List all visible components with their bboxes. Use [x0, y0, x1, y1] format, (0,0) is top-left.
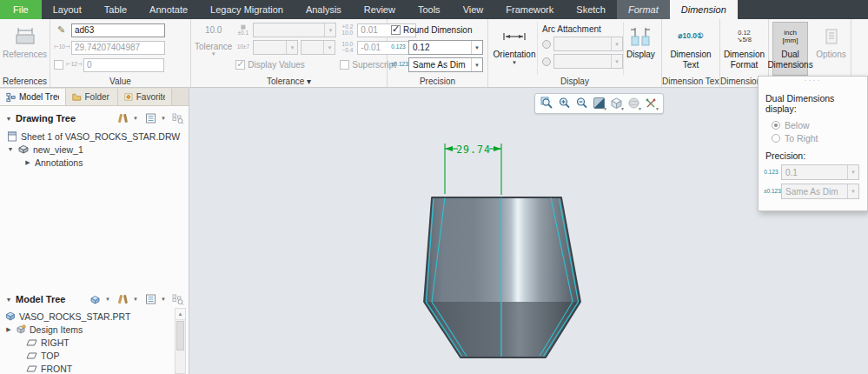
new-view-collapse-icon[interactable]: ▼	[7, 146, 14, 152]
tree-item-part[interactable]: VASO_ROCKS_STAR.PRT	[0, 311, 173, 322]
tab-folder-browser[interactable]: Folder B	[66, 89, 118, 105]
options-icon	[824, 25, 839, 48]
dimension-format-label: Dimension Format	[724, 50, 765, 70]
to-right-radio[interactable]	[772, 134, 780, 143]
model-tree-scrollbar[interactable]: ▲	[175, 308, 186, 374]
group-label-references: References	[0, 77, 50, 86]
override-value-icon: ⊢12⊣	[66, 62, 81, 68]
dimension-annotation[interactable]: 29.74	[445, 144, 501, 196]
drawing-tree-search-icon[interactable]	[171, 111, 185, 125]
radio-row-to-right[interactable]: To Right	[759, 131, 867, 144]
override-value-input[interactable]	[83, 58, 164, 72]
tab-layout[interactable]: Layout	[42, 0, 93, 19]
scrollbar-thumb[interactable]	[176, 321, 184, 351]
scrollbar-up-icon[interactable]: ▲	[176, 309, 185, 320]
tree-item-front-plane[interactable]: FRONT	[0, 363, 173, 374]
superscript-checkbox[interactable]	[340, 60, 349, 70]
tolerance-type-select[interactable]: ▼	[253, 23, 336, 37]
display-values-checkbox[interactable]	[235, 60, 245, 70]
group-dimension-text: ⌀10.0① Dimension Text Dimension Text	[662, 19, 720, 87]
references-label: References	[3, 50, 47, 60]
tolerance-precision-icon: ±0.123	[391, 62, 406, 68]
dual-dimensions-button[interactable]: inch [mm] Dual Dimensions	[772, 22, 808, 76]
group-display: Orientation ▼ Arc Attachment ▼ ▼	[488, 19, 662, 87]
tab-table[interactable]: Table	[93, 0, 138, 19]
tolerance-precision-select[interactable]: Same As Dim ▼	[408, 57, 483, 72]
model-tree-collapse-icon[interactable]: ▼	[5, 297, 12, 303]
tab-model-tree[interactable]: Model Tree	[0, 89, 66, 105]
arc-attachment-radio-2[interactable]	[542, 57, 551, 66]
dimension-arrow-left-icon	[445, 146, 453, 151]
tolerance-button[interactable]: 10.0 Tolerance ▼	[195, 22, 232, 75]
dimension-text-icon: ⌀10.0①	[678, 25, 703, 48]
tree-item-sheet[interactable]: Sheet 1 of VASO_ROCKS_STAR.DRW	[0, 130, 189, 142]
arc-attachment-label: Arc Attachment	[542, 22, 623, 36]
arc-attachment-select-1[interactable]: ▼	[553, 37, 623, 51]
design-items-icon	[16, 324, 26, 334]
to-right-radio-label: To Right	[785, 133, 818, 144]
group-references: References References	[0, 19, 50, 87]
design-items-expand-icon[interactable]: ▶	[5, 326, 12, 333]
model-tree-settings-icon[interactable]	[143, 292, 157, 306]
tab-analysis[interactable]: Analysis	[295, 0, 353, 19]
dimension-text-button[interactable]: ⌀10.0① Dimension Text	[666, 22, 716, 76]
tolerance-class-select[interactable]: ▼	[253, 40, 298, 55]
annotations-expand-icon[interactable]: ▶	[24, 159, 31, 166]
tab-annotate[interactable]: Annotate	[138, 0, 199, 19]
model-tree-settings-caret-icon[interactable]: ▼	[161, 297, 168, 302]
dimension-name-input[interactable]	[71, 23, 165, 37]
tab-sketch[interactable]: Sketch	[565, 0, 617, 19]
arc-attachment-radio-1[interactable]	[542, 40, 551, 49]
model-tree-filters-caret-icon[interactable]: ▼	[133, 297, 140, 302]
decimal-precision-select[interactable]: 0.12 ▼	[408, 40, 483, 55]
tolerance-grade-select[interactable]: ▼	[301, 40, 335, 55]
drawing-tree-filters-icon[interactable]	[116, 111, 129, 125]
tree-item-new-view[interactable]: ▼ new_view_1	[0, 144, 189, 155]
nominal-value-input[interactable]	[71, 41, 165, 55]
options-button[interactable]: Options	[815, 22, 847, 76]
round-dimension-label: Round Dimension	[403, 25, 473, 35]
below-radio[interactable]	[772, 121, 780, 130]
drawing-tree-settings-icon[interactable]	[143, 111, 157, 125]
model-tree-filters-icon[interactable]	[116, 292, 129, 306]
tolerance-button-caret-icon: ▼	[195, 51, 232, 57]
references-button[interactable]: References	[3, 22, 46, 76]
tab-view[interactable]: View	[452, 0, 495, 19]
group-value: ✎ ⊢10⊣ ⊢12⊣ Value	[50, 19, 191, 87]
drawing-tree-settings-caret-icon[interactable]: ▼	[161, 116, 168, 121]
model-tree-show-icon[interactable]	[88, 292, 102, 306]
tab-review[interactable]: Review	[353, 0, 407, 19]
vase-model[interactable]	[424, 197, 580, 357]
tree-item-annotations[interactable]: ▶ Annotations	[0, 157, 189, 168]
arc-attachment-select-2[interactable]: ▼	[553, 54, 623, 69]
radio-row-below[interactable]: Below	[759, 118, 867, 131]
popup-precision-select[interactable]: 0.1 ▼	[781, 164, 859, 180]
tab-file[interactable]: File	[0, 0, 42, 19]
tab-format[interactable]: Format	[617, 0, 670, 19]
model-tree-show-caret-icon[interactable]: ▼	[105, 297, 112, 302]
override-value-checkbox[interactable]	[54, 60, 63, 70]
tab-legacy-migration[interactable]: Legacy Migration	[199, 0, 295, 19]
view-icon	[17, 144, 30, 154]
model-tree-search-icon[interactable]	[171, 292, 185, 306]
popup-grip-icon[interactable]: ····	[759, 77, 867, 86]
group-label-tolerance[interactable]: Tolerance ▾	[191, 77, 387, 86]
tree-item-top-plane[interactable]: TOP	[0, 350, 173, 361]
popup-tolerance-precision-select[interactable]: Same As Dim ▼	[781, 184, 859, 199]
tab-tools[interactable]: Tools	[407, 0, 452, 19]
tab-framework[interactable]: Framework	[494, 0, 565, 19]
drawing-tree-filters-caret-icon[interactable]: ▼	[133, 116, 140, 121]
orientation-label: Orientation	[494, 50, 536, 60]
round-dimension-checkbox[interactable]	[391, 25, 401, 35]
orientation-button[interactable]: Orientation ▼	[492, 22, 537, 76]
tree-item-right-plane[interactable]: RIGHT	[0, 337, 173, 348]
tree-item-design-items[interactable]: ▶ Design Items	[0, 324, 173, 335]
decimal-precision-value: 0.12	[413, 43, 429, 52]
display-button[interactable]: Display	[623, 22, 659, 76]
tab-favorites[interactable]: Favorites	[118, 89, 172, 105]
dimension-format-button[interactable]: 0.12 ↘5/8 Dimension Format	[724, 22, 765, 76]
dimension-format-icon: 0.12 ↘5/8	[737, 25, 752, 48]
tab-dimension[interactable]: Dimension	[670, 0, 738, 19]
drawing-tree-collapse-icon[interactable]: ▼	[5, 116, 12, 122]
dimension-value-text[interactable]: 29.74	[456, 144, 491, 156]
